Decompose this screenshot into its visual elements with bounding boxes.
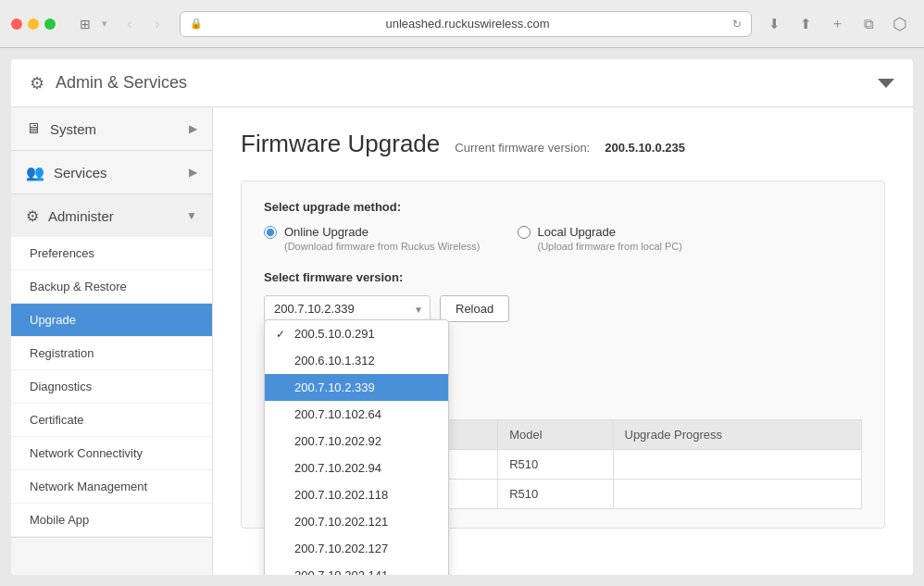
version-select-wrapper: 200.5.10.0.291 200.6.10.1.312 200.7.10.2… [264, 295, 431, 322]
sidebar-item-backup-restore[interactable]: Backup & Restore [11, 270, 212, 304]
sidebar-section-services: 👥 Services ▶ [11, 151, 212, 194]
traffic-lights [11, 19, 56, 30]
select-version-label: Select firmware version: [264, 270, 862, 284]
nav-buttons: ‹ › [117, 11, 170, 37]
firmware-version-value: 200.5.10.0.235 [605, 141, 685, 155]
extension-icon[interactable]: ⬡ [887, 11, 913, 37]
gear-icon: ⚙ [30, 73, 44, 94]
chevron-down-icon: ▼ [186, 209, 197, 222]
sidebar-item-services[interactable]: 👥 Services ▶ [11, 151, 212, 193]
version-select[interactable]: 200.5.10.0.291 200.6.10.1.312 200.7.10.2… [264, 295, 431, 322]
select-method-label: Select upgrade method: [264, 200, 862, 214]
sidebar-item-network-connectivity[interactable]: Network Connectivity [11, 437, 212, 470]
address-bar[interactable]: 🔒 unleashed.ruckuswireless.com ↻ [180, 11, 752, 37]
lock-icon: 🔒 [190, 18, 203, 30]
radio-option-online: Online Upgrade (Download firmware from R… [264, 225, 481, 252]
monitor-icon: 🖥 [26, 120, 41, 137]
dropdown-item-8[interactable]: 200.7.10.202.127 [265, 535, 448, 562]
sidebar-section-system: 🖥 System ▶ [11, 107, 212, 151]
local-upgrade-label: Local Upgrade [538, 225, 617, 239]
chevron-right-icon: ▶ [189, 122, 197, 135]
cell-model-2: R510 [498, 480, 613, 509]
online-upgrade-label: Online Upgrade [284, 225, 368, 239]
tabs-icon[interactable]: ⧉ [855, 11, 881, 37]
sidebar-section-administer: ⚙ Administer ▼ Preferences Backup & Rest… [11, 194, 212, 538]
header-title: Admin & Services [56, 73, 187, 93]
sidebar-item-system[interactable]: 🖥 System ▶ [11, 107, 212, 150]
dropdown-item-3[interactable]: 200.7.10.102.64 [265, 401, 448, 428]
sidebar-item-diagnostics[interactable]: Diagnostics [11, 370, 212, 404]
app-container: ⚙ Admin & Services 🖥 System ▶ 👥 Services [0, 48, 924, 586]
gear-icon-sidebar: ⚙ [26, 207, 39, 225]
share-icon[interactable]: ⬆ [793, 11, 818, 37]
form-panel: Select upgrade method: Online Upgrade (D… [241, 181, 885, 529]
users-icon: 👥 [26, 164, 44, 181]
col-header-progress: Upgrade Progress [613, 420, 862, 450]
dropdown-item-9[interactable]: 200.7.10.202.141 [265, 562, 448, 575]
sidebar-services-label: Services [54, 165, 107, 181]
url-text: unleashed.ruckuswireless.com [210, 17, 725, 31]
col-header-model: Model [498, 420, 613, 450]
dropdown-item-4[interactable]: 200.7.10.202.92 [265, 428, 448, 455]
sidebar-item-certificate[interactable]: Certificate [11, 404, 212, 437]
online-upgrade-desc: (Download firmware from Ruckus Wireless) [284, 241, 481, 252]
main-content: 🖥 System ▶ 👥 Services ▶ ⚙ Administer ▼ [11, 107, 913, 575]
app-header: ⚙ Admin & Services [11, 59, 913, 107]
administer-sub-items: Preferences Backup & Restore Upgrade Reg… [11, 237, 212, 537]
dropdown-item-0[interactable]: ✓ 200.5.10.0.291 [265, 320, 448, 347]
sidebar-item-upgrade[interactable]: Upgrade [11, 304, 212, 337]
sidebar-administer-label: Administer [48, 208, 114, 224]
radio-option-local: Local Upgrade (Upload firmware from loca… [518, 225, 682, 252]
sidebar-item-mobile-app[interactable]: Mobile App [11, 504, 212, 537]
chevron-right-icon-services: ▶ [189, 166, 197, 179]
reload-button[interactable]: Reload [440, 295, 509, 322]
forward-button[interactable]: › [144, 11, 170, 37]
radio-local-upgrade[interactable] [518, 226, 531, 239]
browser-chrome: ⊞ ▾ ‹ › 🔒 unleashed.ruckuswireless.com ↻… [0, 0, 924, 48]
minimize-button[interactable] [28, 19, 39, 30]
radio-group-method: Online Upgrade (Download firmware from R… [264, 225, 862, 252]
cell-progress-1 [613, 450, 862, 480]
fullscreen-button[interactable] [44, 19, 56, 30]
dropdown-item-5[interactable]: 200.7.10.202.94 [265, 455, 448, 481]
page-title: Firmware Upgrade [241, 130, 440, 158]
dropdown-item-6[interactable]: 200.7.10.202.118 [265, 481, 448, 508]
version-dropdown-overlay[interactable]: ✓ 200.5.10.0.291 200.6.10.1.312 200.7.10… [264, 319, 449, 575]
cell-progress-2 [613, 480, 862, 509]
sidebar: 🖥 System ▶ 👥 Services ▶ ⚙ Administer ▼ [11, 107, 213, 575]
sidebar-item-registration[interactable]: Registration [11, 337, 212, 370]
check-icon: ✓ [276, 328, 289, 341]
sidebar-item-administer[interactable]: ⚙ Administer ▼ [11, 194, 212, 237]
sidebar-item-preferences[interactable]: Preferences [11, 237, 212, 270]
page-header: Firmware Upgrade Current firmware versio… [241, 130, 885, 158]
version-row: 200.5.10.0.291 200.6.10.1.312 200.7.10.2… [264, 295, 862, 322]
sidebar-system-label: System [50, 121, 96, 137]
tab-grid-button[interactable]: ⊞ [72, 11, 98, 37]
download-icon[interactable]: ⬇ [761, 11, 787, 37]
dropdown-item-1[interactable]: 200.6.10.1.312 [265, 347, 448, 374]
back-button[interactable]: ‹ [117, 11, 143, 37]
chevron-icon: ▾ [102, 18, 107, 30]
dropdown-item-7[interactable]: 200.7.10.202.121 [265, 508, 448, 535]
refresh-icon[interactable]: ↻ [732, 18, 742, 31]
browser-right-icons: ⬇ ⬆ ＋ ⧉ ⬡ [761, 11, 913, 37]
radio-online-upgrade[interactable] [264, 226, 277, 239]
header-dropdown-arrow[interactable] [878, 79, 894, 88]
firmware-version-label: Current firmware version: [455, 141, 590, 155]
new-tab-icon[interactable]: ＋ [824, 11, 850, 37]
dropdown-item-2[interactable]: 200.7.10.2.339 [265, 374, 448, 401]
close-button[interactable] [11, 19, 22, 30]
sidebar-item-network-management[interactable]: Network Management [11, 470, 212, 504]
browser-icons: ⊞ ▾ [72, 11, 107, 37]
content-area: Firmware Upgrade Current firmware versio… [213, 107, 913, 575]
local-upgrade-desc: (Upload firmware from local PC) [538, 241, 682, 252]
cell-model-1: R510 [498, 450, 613, 480]
